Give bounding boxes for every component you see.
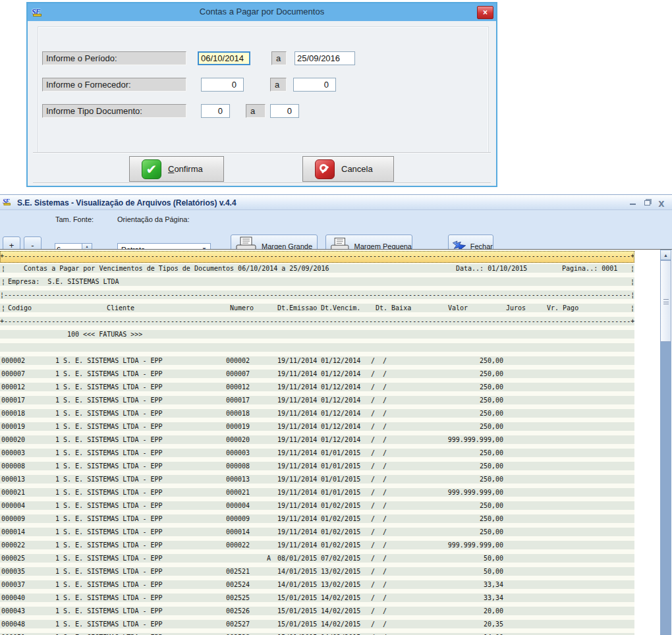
- cell-emissao: 19/11/2014: [277, 476, 317, 483]
- cell-vencim: 14/02/2015: [321, 607, 360, 615]
- viewer-titlebar[interactable]: SE S.E. Sistemas - Visualização de Arqui…: [0, 194, 672, 210]
- cell-vencim: 01/02/2015: [321, 515, 360, 523]
- group-faturas-label: 100 <<< FATURAS >>>: [67, 331, 142, 339]
- cell-valor: 250,00: [408, 383, 503, 391]
- cell-numero: 000019: [226, 423, 250, 431]
- fornecedor-to-field[interactable]: [293, 78, 336, 92]
- cell-numero: 002521: [226, 568, 250, 576]
- cell-cliente: 1 S. E. SISTEMAS LTDA - EPP: [55, 423, 163, 431]
- cell-valor: 250,00: [408, 462, 503, 470]
- confirm-button[interactable]: ✔ Confirma: [129, 156, 224, 182]
- cell-emissao: 15/01/2015: [277, 607, 317, 615]
- cell-numero: 000013: [226, 476, 250, 483]
- table-row[interactable]: 000014 1 S. E. SISTEMAS LTDA - EPP 00001…: [0, 528, 634, 541]
- cell-codigo: 000012: [1, 383, 25, 391]
- cell-numero: 000004: [226, 502, 250, 510]
- restore-icon[interactable]: [642, 198, 652, 207]
- cell-valor: 250,00: [408, 410, 503, 418]
- cell-valor: 999.999.999,00: [408, 489, 503, 497]
- cell-numero: 000020: [226, 436, 250, 444]
- table-row[interactable]: 000013 1 S. E. SISTEMAS LTDA - EPP 00001…: [0, 475, 634, 488]
- scrollbar-thumb[interactable]: [660, 260, 671, 342]
- table-row[interactable]: 000037 1 S. E. SISTEMAS LTDA - EPP 00252…: [0, 580, 634, 594]
- col-juros: Juros: [506, 304, 526, 312]
- cell-codigo: 000007: [1, 370, 25, 378]
- cell-baixa: / /: [371, 423, 387, 431]
- cell-codigo: 000008: [1, 462, 25, 470]
- dialog-contas-a-pagar: SE Contas a Pagar por Documentos × Infor…: [26, 2, 497, 187]
- cell-baixa: / /: [371, 541, 387, 549]
- cell-flag: A: [267, 555, 271, 563]
- cell-numero: 000017: [226, 397, 250, 404]
- cell-valor: 250,00: [408, 476, 503, 483]
- table-row[interactable]: 000018 1 S. E. SISTEMAS LTDA - EPP 00001…: [0, 409, 634, 422]
- fornecedor-from-field[interactable]: [201, 78, 244, 92]
- report-empresa-line: ¦ Empresa: S.E. SISTEMAS LTDA ¦: [0, 277, 634, 290]
- report-blank-line: [0, 343, 634, 356]
- table-row[interactable]: 000043 1 S. E. SISTEMAS LTDA - EPP 00252…: [0, 607, 634, 620]
- cell-valor: 250,00: [408, 528, 503, 536]
- table-row[interactable]: 000008 1 S. E. SISTEMAS LTDA - EPP 00000…: [0, 462, 634, 475]
- report-selected-line[interactable]: +---------------------------------------…: [0, 251, 634, 263]
- cell-codigo: 000022: [1, 541, 25, 549]
- tipo-from-field[interactable]: [201, 104, 230, 118]
- table-row[interactable]: 000007 1 S. E. SISTEMAS LTDA - EPP 00000…: [0, 370, 634, 383]
- cell-valor: 250,00: [408, 370, 503, 378]
- table-row[interactable]: 000004 1 S. E. SISTEMAS LTDA - EPP 00000…: [0, 501, 634, 514]
- periodo-to-field[interactable]: [294, 51, 355, 65]
- close-icon[interactable]: ×: [477, 6, 493, 19]
- tipo-to-field[interactable]: [270, 104, 299, 118]
- scroll-up-icon[interactable]: ▲: [660, 250, 671, 260]
- table-row[interactable]: 000003 1 S. E. SISTEMAS LTDA - EPP 00000…: [0, 449, 634, 462]
- cell-numero: 000014: [226, 528, 250, 536]
- col-cliente: Cliente: [107, 304, 134, 312]
- vertical-scrollbar[interactable]: ▲: [660, 250, 671, 635]
- no-entry-icon: [315, 159, 335, 179]
- cell-codigo: 000009: [1, 515, 25, 523]
- cell-baixa: / /: [371, 502, 387, 510]
- table-row[interactable]: 000025 1 S. E. SISTEMAS LTDA - EPP A 08/…: [0, 554, 634, 567]
- cell-baixa: / /: [371, 462, 387, 470]
- separator: [33, 182, 491, 184]
- cell-vencim: 01/01/2015: [321, 462, 360, 470]
- table-row[interactable]: 000019 1 S. E. SISTEMAS LTDA - EPP 00001…: [0, 422, 634, 435]
- tipo-sep-label: a: [246, 104, 266, 118]
- report-title: Contas a Pagar por Vencimentos de Tipos …: [24, 265, 329, 273]
- cell-numero: 000021: [226, 489, 250, 497]
- table-row[interactable]: 000035 1 S. E. SISTEMAS LTDA - EPP 00252…: [0, 567, 634, 580]
- cell-codigo: 000018: [1, 410, 25, 418]
- periodo-from-field[interactable]: [198, 51, 250, 65]
- cell-cliente: 1 S. E. SISTEMAS LTDA - EPP: [55, 357, 163, 365]
- cell-baixa: / /: [371, 489, 387, 497]
- label-tipo-documento: Informe Tipo Documento:: [42, 104, 186, 118]
- cell-vencim: 01/12/2014: [321, 436, 360, 444]
- cell-vencim: 13/02/2015: [321, 581, 360, 589]
- close-icon[interactable]: X: [656, 198, 667, 207]
- cell-numero: 000007: [226, 370, 250, 378]
- table-row[interactable]: 000002 1 S. E. SISTEMAS LTDA - EPP 00000…: [0, 356, 634, 370]
- cell-emissao: 19/11/2014: [277, 528, 317, 536]
- table-row[interactable]: 000040 1 S. E. SISTEMAS LTDA - EPP 00252…: [0, 594, 634, 607]
- table-row[interactable]: 000021 1 S. E. SISTEMAS LTDA - EPP 00002…: [0, 488, 634, 501]
- cell-codigo: 000048: [1, 621, 25, 628]
- cancel-button[interactable]: Cancela: [302, 156, 394, 182]
- minimize-icon[interactable]: [627, 198, 638, 207]
- table-row[interactable]: 000022 1 S. E. SISTEMAS LTDA - EPP 00002…: [0, 541, 634, 554]
- table-row[interactable]: 000009 1 S. E. SISTEMAS LTDA - EPP 00000…: [0, 514, 634, 528]
- cell-emissao: 19/11/2014: [277, 462, 317, 470]
- dialog-titlebar[interactable]: SE Contas a Pagar por Documentos ×: [28, 3, 496, 21]
- cell-codigo: 000013: [1, 476, 25, 483]
- cell-codigo: 000017: [1, 397, 25, 404]
- separator: [33, 152, 491, 153]
- table-row[interactable]: 000012 1 S. E. SISTEMAS LTDA - EPP 00001…: [0, 383, 634, 396]
- table-row[interactable]: 000020 1 S. E. SISTEMAS LTDA - EPP 00002…: [0, 435, 634, 449]
- cell-cliente: 1 S. E. SISTEMAS LTDA - EPP: [55, 383, 163, 391]
- table-row[interactable]: 000048 1 S. E. SISTEMAS LTDA - EPP 00252…: [0, 620, 634, 633]
- cell-baixa: / /: [371, 528, 387, 536]
- cell-valor: 20,00: [408, 607, 503, 615]
- table-row[interactable]: 000017 1 S. E. SISTEMAS LTDA - EPP 00001…: [0, 396, 634, 409]
- font-size-label: Tam. Fonte:: [55, 215, 94, 223]
- periodo-sep-label: a: [271, 51, 287, 65]
- cell-cliente: 1 S. E. SISTEMAS LTDA - EPP: [55, 410, 163, 418]
- cell-codigo: 000021: [1, 489, 25, 497]
